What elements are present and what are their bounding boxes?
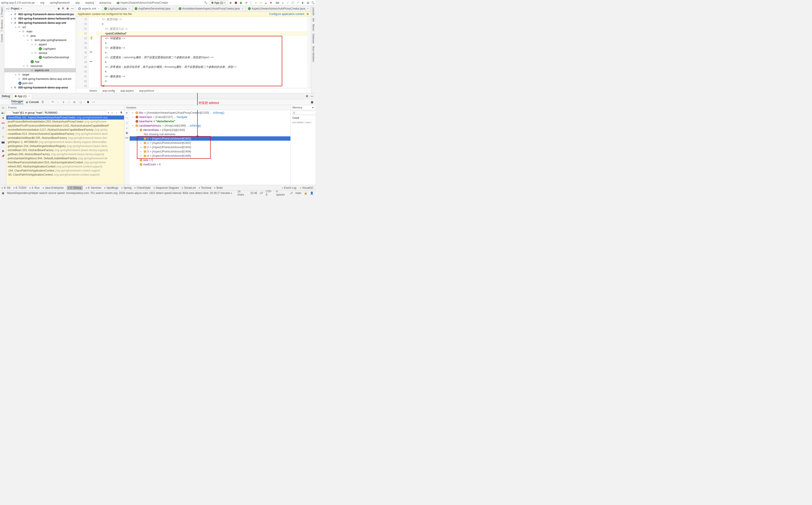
force-step-icon[interactable]: ⇓ [62,101,65,104]
code-editor[interactable]: 293031323334353637383940414243 💡 ●● ●● <… [76,17,311,88]
tool-window-button[interactable]: ▸Terminal [199,186,211,189]
tool-window-button[interactable]: ▸Sequence Diagram [154,186,179,189]
status-position[interactable]: 32:45 [250,191,257,195]
stack-frame[interactable]: refresh:583, AbstractApplicationContext(… [6,164,124,169]
variable-row[interactable]: f size = 5 [130,158,290,162]
tool-window-button[interactable]: ●Event Log [282,186,296,189]
editor-breadcrumb[interactable]: beans〉aop:config〉aop:aspect〉aop:pointcut [76,88,311,93]
vcs-history-icon[interactable]: 🕘 [291,1,294,4]
variable-row[interactable]: f modCount = 6 [130,162,290,167]
tree-item[interactable]: ▸⧉005-spring-framework-demo-aop-anno [4,85,76,90]
tree-item[interactable]: ▸⧉002-spring-framework-demo-helloworld-j… [4,12,76,16]
configure-context-link[interactable]: Configure application context [269,12,304,16]
favorites-icon[interactable]: ★ [2,136,5,139]
run-icon[interactable]: ▶ [229,1,233,4]
debug-run-tab[interactable]: ⬢App (1)× [12,93,32,99]
bottom-tool-bar[interactable]: ▸9: Git▸6: TODO▸4: Run▸Java Enterprise▸5… [0,185,315,190]
variable-row[interactable]: ▸p beanClass = {Class@2157} ... Navigate [130,115,290,119]
variable-row[interactable]: p beanName = "demoService" [130,119,290,124]
mute-bp-icon[interactable]: ⊘ [2,126,5,130]
coverage-icon[interactable]: ▣ [239,1,243,4]
git-branch-icon[interactable]: ⎇ [289,191,293,195]
breakpoint-marker[interactable]: ●● [89,60,92,62]
next-frame-icon[interactable]: ↓ [115,111,118,114]
crumb-item[interactable]: beans [89,89,97,92]
gear-icon[interactable]: ⚙ [66,7,69,10]
tree-item[interactable]: ⧉004-spring-framework-demo-aop-xml.iml [4,77,76,81]
tree-item[interactable]: ◆aspects.xml [4,68,76,72]
tool-window-button[interactable]: ▸SpotBugs [104,186,118,189]
editor-scrollbar[interactable] [307,17,311,88]
frames-list[interactable]: shouldSkip:102, AspectJAwareAdvisorAutoP… [6,116,124,185]
crumb-item[interactable]: aop:aspect [120,89,134,92]
breadcrumb-item[interactable]: aspectj [85,1,94,4]
tool-window-tab[interactable]: Commit [1,34,3,42]
down-icon[interactable]: ↓ [125,126,128,130]
tree-item[interactable]: ▾⧉aspect [4,42,76,46]
stop-icon[interactable]: ■ [269,1,272,4]
breadcrumb-item[interactable]: CAspectJAwareAdvisorAutoProxyCreator [117,1,168,4]
tool-window-button[interactable]: ▸6: TODO [14,186,26,189]
copy-icon[interactable]: ⧉ [125,131,128,135]
camera-icon[interactable]: 📷 [2,140,5,144]
bulb-icon[interactable]: 💡 [89,36,93,39]
variable-row[interactable]: Not showing null elements [130,132,290,136]
evaluate-icon[interactable]: 🖩 [86,101,90,104]
tree-item[interactable]: ▾⧉tech.pdai.springframework [4,38,76,42]
run-to-cursor-icon[interactable]: →| [78,101,81,104]
search-icon[interactable]: 🔍 [311,1,314,4]
breakpoint-marker[interactable]: ●● [89,50,92,53]
stack-frame[interactable]: :85, ClassPathXmlApplicationContext(org.… [6,173,124,177]
status-branch[interactable]: main [295,191,301,195]
status-encoding[interactable]: UTF-8 [266,190,273,196]
tree-item[interactable]: ▾⧉resources [4,64,76,68]
stack-frame[interactable]: :144, ClassPathXmlApplicationContext(org… [6,169,124,173]
leaf-icon[interactable]: 🍃 [264,1,267,4]
variable-row[interactable]: ▾≡ candidateAdvisors = {ArrayList@2399} … [130,124,290,128]
lock-icon[interactable]: 🔒 [304,191,307,195]
tool-window-tab[interactable]: 7: Structure [1,20,3,31]
tool-window-button[interactable]: ●VisualGC [299,186,313,189]
filter-icon[interactable]: ⚗ [119,111,122,114]
tool-window-button[interactable]: ▸Spring [121,186,131,189]
variable-row[interactable]: ▸≡ this = {AnnotationAwareAspectJAutoPro… [130,111,290,115]
stack-frame[interactable]: lambda$doGetBean$0:335, AbstractBeanFact… [6,136,124,140]
trace-icon[interactable]: ⋯ [92,101,95,104]
project-tree[interactable]: ▸⧉002-spring-framework-demo-helloworld-j… [4,12,76,93]
dots-icon[interactable]: ⋮ [249,1,253,4]
variable-row[interactable]: ▸≡ 3 = {AspectJPointcutAdvisor@2404} [130,149,290,154]
box-icon[interactable]: ▦ [306,1,309,4]
add-watch-icon[interactable]: + [125,112,128,115]
stack-frame[interactable]: getObject:-1, 497208183(org.springframew… [6,140,124,144]
remove-watch-icon[interactable]: − [125,116,128,120]
tree-item[interactable]: ▾⧉java [4,34,76,38]
hide-icon[interactable]: — [310,95,313,98]
tree-item[interactable]: CAopDemoServiceImpl [4,55,76,59]
step-over-icon[interactable]: ↷ [51,101,54,104]
step-into-icon[interactable]: ↓ [56,101,60,104]
threads-icon[interactable]: ☰ [41,101,44,104]
tree-item[interactable]: ▾⧉service [4,51,76,55]
gear-icon[interactable]: ⚙ [306,12,309,16]
chevron-down-icon[interactable]: ▾ [108,111,109,114]
crumb-item[interactable]: aop:config [102,89,115,92]
tool-window-tab[interactable]: jclasslib [312,7,315,15]
breadcrumb-item[interactable]: aop [75,1,80,4]
tree-item[interactable]: CApp [4,59,76,64]
tree-item[interactable]: CLogAspect [4,46,76,51]
tree-item[interactable]: ▾⧉main [4,29,76,34]
gear-icon[interactable]: ⚙ [305,95,308,98]
tree-item[interactable]: ▸⧉target [4,72,76,77]
breadcrumb-item[interactable]: org [40,1,44,4]
editor-tab[interactable]: C LogAspect.java× [102,6,132,11]
locate-icon[interactable]: ⊕ [57,7,60,10]
console-tab[interactable]: ▣Console [26,101,39,104]
tree-item[interactable]: mpom.xml [4,81,76,85]
breadcrumb-item[interactable]: autoproxy [99,1,111,4]
stack-frame[interactable]: postProcessBeforeInstantiation:253, Abst… [6,120,124,124]
stack-frame[interactable]: shouldSkip:102, AspectJAwareAdvisorAutoP… [6,116,124,120]
tool-window-tab[interactable]: Bean Validation [312,46,315,62]
tool-window-button[interactable]: ▸8: Services [86,186,101,189]
breadcrumb-item[interactable]: spring-aop-5.3.9-sources.jar [1,1,35,4]
editor-tab[interactable]: ◆ aspects.xml× [76,6,102,11]
